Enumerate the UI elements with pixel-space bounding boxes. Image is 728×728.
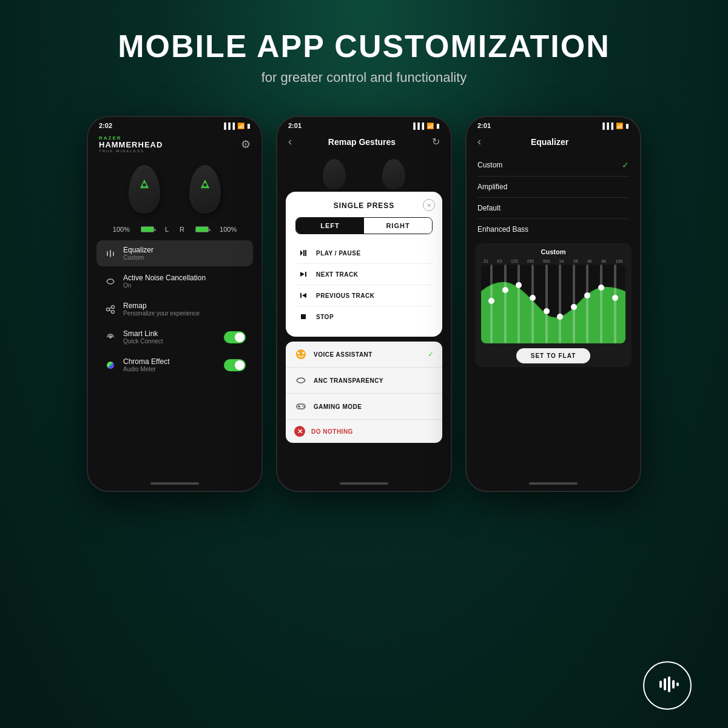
slider-knob-1[interactable] (488, 298, 494, 304)
menu-item-chroma[interactable]: Chroma Effect Audio Meter (96, 352, 253, 378)
freq-250: 250 (527, 259, 534, 263)
eq-preset-default-label: Default (477, 204, 500, 212)
eq-preset-amplified[interactable]: Amplified (477, 177, 629, 198)
remap-sublabel: Personalize your experience (123, 310, 246, 317)
back-button[interactable]: ‹ (288, 135, 292, 148)
svg-rect-30 (668, 676, 670, 692)
svg-point-9 (112, 310, 115, 313)
slider-knob-7[interactable] (571, 304, 577, 310)
time-3: 2:01 (477, 122, 491, 129)
freq-8k: 8K (601, 259, 607, 263)
gesture-prev-track[interactable]: PREVIOUS TRACK (295, 285, 433, 306)
left-earbud-mini (323, 159, 346, 189)
slider-knob-2[interactable] (502, 287, 508, 293)
option-voice-assistant[interactable]: VOICE ASSISTANT ✓ (286, 342, 442, 368)
slider-knob-9[interactable] (598, 285, 604, 291)
battery-right-pct: 100% (220, 226, 237, 233)
anc-sublabel: On (123, 282, 246, 289)
signal-icon-2: ▐▐▐ (411, 123, 424, 129)
next-track-label: NEXT TRACK (316, 271, 430, 278)
smartlink-toggle[interactable] (224, 331, 246, 343)
eq-preset-custom[interactable]: Custom ✓ (477, 154, 629, 177)
equalizer-label: Equalizer (123, 246, 246, 254)
slider-knob-6[interactable] (557, 314, 563, 320)
right-earbud (184, 165, 226, 220)
status-bar-2: 2:01 ▐▐▐ 📶 ▮ (277, 117, 451, 132)
slider-knob-8[interactable] (584, 292, 590, 298)
page-header: MOBILE APP CUSTOMIZATION for greater con… (0, 0, 728, 98)
battery-icon: ▮ (247, 123, 251, 129)
menu-text-remap: Remap Personalize your experience (123, 302, 246, 317)
home-indicator-3 (529, 482, 578, 485)
battery-left-pct: 100% (113, 226, 130, 233)
chroma-label: Chroma Effect (123, 357, 218, 366)
earbuds-top (277, 154, 451, 192)
razer-logo: RAZER HAMMERHEAD TRUE WIRELESS (99, 135, 163, 153)
signal-icon: ▐▐▐ (222, 123, 235, 129)
battery-icon-2: ▮ (436, 123, 440, 129)
battery-left-bar (141, 226, 154, 232)
settings-icon[interactable]: ⚙ (241, 138, 251, 151)
svg-point-11 (107, 362, 114, 369)
option-gaming-mode[interactable]: GAMING MODE (286, 394, 442, 420)
gesture-stop[interactable]: STOP (295, 306, 433, 327)
svg-rect-4 (107, 251, 108, 256)
menu-text-anc: Active Noise Cancellation On (123, 274, 246, 289)
slider-knob-3[interactable] (516, 282, 522, 288)
remap-icon (104, 303, 117, 316)
battery-row: 100% L R 100% (88, 223, 261, 240)
menu-item-remap[interactable]: Remap Personalize your experience (96, 296, 253, 322)
menu-item-smartlink[interactable]: Smart Link Quick Connect (96, 324, 253, 350)
menu-item-equalizer[interactable]: Equalizer Custom (96, 240, 253, 266)
product-name: HAMMERHEAD (99, 141, 163, 149)
freq-31: 31 (484, 259, 488, 263)
phone-3: 2:01 ▐▐▐ 📶 ▮ ‹ Equalizer Custom ✓ Amplif… (465, 116, 641, 492)
svg-rect-16 (305, 272, 306, 277)
freq-125: 125 (511, 259, 518, 263)
slider-knob-5[interactable] (544, 308, 550, 314)
phone-2: 2:01 ▐▐▐ 📶 ▮ ‹ Remap Gestures ↻ ✕ SINGLE… (276, 116, 452, 492)
time-1: 2:02 (99, 122, 112, 129)
svg-rect-5 (110, 250, 111, 257)
modal-close-button[interactable]: ✕ (423, 199, 435, 211)
menu-text-chroma: Chroma Effect Audio Meter (123, 357, 218, 372)
freq-500: 500 (543, 259, 550, 263)
eq-preset-amplified-label: Amplified (477, 183, 507, 191)
anc-transparency-label: ANC TRANSPARENCY (314, 377, 434, 384)
chroma-toggle[interactable] (224, 359, 246, 371)
tab-row: LEFT RIGHT (295, 217, 433, 234)
eq-preset-enhanced-bass[interactable]: Enhanced Bass (477, 219, 629, 240)
right-label: R (180, 226, 184, 233)
phone2-app-header: ‹ Remap Gestures ↻ (277, 132, 451, 154)
eq-preset-custom-label: Custom (477, 161, 502, 169)
option-anc-transparency[interactable]: ANC TRANSPARENCY (286, 368, 442, 394)
slider-knob-4[interactable] (530, 295, 536, 301)
svg-rect-31 (672, 680, 675, 689)
gesture-play-pause[interactable]: PLAY / PAUSE (295, 243, 433, 264)
tab-right[interactable]: RIGHT (364, 218, 432, 234)
battery-right-bar (195, 226, 209, 232)
gesture-next-track[interactable]: NEXT TRACK (295, 264, 433, 285)
eq-preset-default[interactable]: Default (477, 198, 629, 219)
slider-knob-10[interactable] (612, 295, 618, 301)
right-earbud-mini (382, 159, 405, 189)
product-sub: TRUE WIRELESS (99, 149, 163, 153)
battery-icon-3: ▮ (625, 123, 629, 129)
refresh-icon[interactable]: ↻ (432, 136, 440, 147)
set-to-flat-button[interactable]: SET TO FLAT (516, 348, 591, 363)
single-press-modal: ✕ SINGLE PRESS LEFT RIGHT PLAY / PAUSE (286, 192, 442, 337)
prev-track-icon (298, 290, 309, 301)
freq-4k: 4K (587, 259, 593, 263)
gaming-mode-label: GAMING MODE (314, 403, 434, 410)
menu-item-anc[interactable]: Active Noise Cancellation On (96, 268, 253, 294)
freq-16k: 16K (616, 259, 623, 263)
status-bar-1: 2:02 ▐▐▐ 📶 ▮ (88, 117, 261, 132)
phone3-page-title: Equalizer (531, 137, 568, 147)
tab-left[interactable]: LEFT (296, 218, 364, 234)
phones-container: 2:02 ▐▐▐ 📶 ▮ RAZER HAMMERHEAD TRUE WIREL… (0, 98, 728, 492)
back-button-3[interactable]: ‹ (477, 135, 481, 148)
anc-icon (104, 275, 117, 288)
option-do-nothing[interactable]: ✕ DO NOTHING (286, 420, 442, 443)
anc-label: Active Noise Cancellation (123, 274, 246, 282)
equalizer-icon (104, 247, 117, 260)
